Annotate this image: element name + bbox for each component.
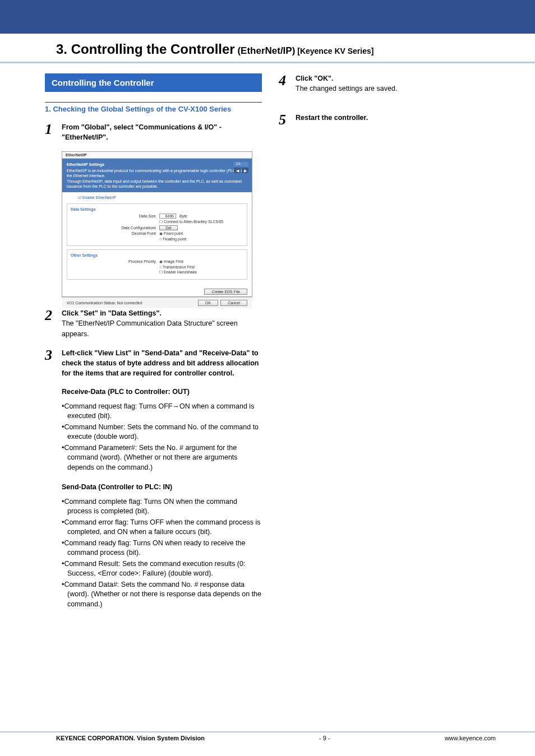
blue-line1: EtherNet/IP is an industrial protocol fo… — [67, 168, 247, 178]
blue-head: EtherNet/IP Settings — [67, 162, 247, 167]
nav-box: 1/1 ◀ ▶ — [234, 162, 248, 173]
data-size-unit: Byte — [179, 214, 187, 218]
step-number-3: 3 — [45, 348, 56, 378]
step3-lead: Left-click "View List" in "Send-Data" an… — [62, 348, 262, 378]
receive-data-heading: Receive-Data (PLC to Controller: OUT) — [62, 387, 262, 397]
header-bar — [0, 0, 535, 34]
receive-data-block: Receive-Data (PLC to Controller: OUT) •C… — [62, 387, 262, 472]
nav-count: 1/1 — [234, 162, 248, 166]
right-column: 4 Click "OK". The changed settings are s… — [279, 73, 496, 619]
data-settings-label: Data Settings — [71, 207, 243, 211]
step-number-5: 5 — [279, 113, 290, 127]
step-number-4: 4 — [279, 73, 290, 94]
nav-next-button[interactable]: ▶ — [242, 168, 248, 173]
recv-item: •Command request flag: Turns OFF→ON when… — [62, 402, 262, 421]
step-2: 2 Click "Set" in "Data Settings". The "E… — [45, 308, 262, 338]
cancel-button[interactable]: Cancel — [220, 300, 247, 306]
data-size-label: Data Size — [116, 214, 156, 218]
recv-item: •Command Number: Sets the command No. of… — [62, 423, 262, 442]
step2-lead: Click "Set" in "Data Settings". — [62, 308, 262, 318]
footer-right: www.keyence.com — [445, 735, 496, 741]
image-first-radio[interactable]: ◉ Image First — [159, 259, 183, 264]
send-item: •Command complete flag: Turns ON when th… — [62, 497, 262, 517]
data-size-input[interactable]: 0496 — [159, 214, 176, 219]
send-data-heading: Send-Data (Controller to PLC: IN) — [62, 483, 262, 493]
step2-desc: The "EtherNet/IP Communication Data Stru… — [62, 318, 262, 338]
footer-left: KEYENCE CORPORATION. Vision System Divis… — [56, 735, 205, 741]
send-item: •Command Result: Sets the command execut… — [62, 559, 262, 579]
other-settings-label: Other Settings — [71, 253, 243, 257]
page-title-row: 3. Controlling the Controller (EtherNet/… — [0, 34, 535, 63]
other-settings-panel: Other Settings Process Priority ◉ Image … — [67, 249, 247, 280]
title-sub2: [Keyence KV Series] — [295, 47, 373, 55]
left-column: Controlling the Controller 1. Checking t… — [45, 73, 262, 619]
send-item: •Command ready flag: Turns ON when ready… — [62, 539, 262, 558]
step-number-1: 1 — [45, 122, 56, 142]
step5-lead: Restart the controller. — [296, 113, 368, 123]
send-data-block: Send-Data (Controller to PLC: IN) •Comma… — [62, 483, 262, 609]
footer: KEYENCE CORPORATION. Vision System Divis… — [0, 731, 535, 741]
data-settings-panel: Data Settings Data Size 0496 Byte ☐ Conn… — [67, 203, 247, 246]
blue-line2: Through EtherNet/IP, data input and outp… — [67, 179, 247, 189]
io-status: I/O1 Communication Status: Not connected — [67, 301, 142, 305]
footer-page: - 9 - — [319, 735, 330, 741]
step-3: 3 Left-click "View List" in "Send-Data" … — [45, 348, 262, 378]
step-4: 4 Click "OK". The changed settings are s… — [279, 73, 496, 94]
dialog-blue-header: EtherNet/IP Settings EtherNet/IP is an i… — [62, 159, 252, 192]
send-item: •Command error flag: Turns OFF when the … — [62, 518, 262, 537]
sub-heading: 1. Checking the Global Settings of the C… — [45, 102, 262, 117]
nav-prev-button[interactable]: ◀ — [234, 168, 241, 173]
send-item: •Command Data#: Sets the command No. # r… — [62, 580, 262, 610]
transmission-first-radio[interactable]: ○ Transmission First — [159, 265, 195, 269]
enable-handshake-checkbox[interactable]: ☐ Enable Handshake — [159, 270, 197, 275]
recv-item: •Command Parameter#: Sets the No. # argu… — [62, 443, 262, 473]
step-1: 1 From "Global", select "Communications … — [45, 122, 262, 142]
fixed-point-radio[interactable]: ◉ Fixed point — [159, 231, 183, 236]
data-config-label: Data Configurations — [116, 226, 156, 230]
ok-button[interactable]: OK — [198, 300, 218, 306]
title-main: 3. Controlling the Controller — [56, 41, 235, 57]
section-banner: Controlling the Controller — [45, 73, 262, 92]
dialog-title: EtherNet/IP — [62, 152, 252, 159]
page-title: 3. Controlling the Controller (EtherNet/… — [56, 41, 373, 57]
set-button[interactable]: Set — [159, 225, 178, 230]
title-sub: (EtherNet/IP) — [235, 45, 296, 56]
step4-desc: The changed settings are saved. — [296, 84, 397, 94]
create-eds-button[interactable]: Create EDS File — [204, 289, 247, 295]
enable-ethernetip-checkbox[interactable]: ☑ Enable EtherNet/IP — [67, 196, 247, 200]
step-number-2: 2 — [45, 308, 56, 338]
ethernetip-dialog: EtherNet/IP EtherNet/IP Settings EtherNe… — [62, 151, 252, 297]
step4-lead: Click "OK". — [296, 73, 397, 84]
step-5: 5 Restart the controller. — [279, 113, 496, 127]
step1-text: From "Global", select "Communications & … — [62, 123, 222, 141]
floating-point-radio[interactable]: ○ Floating point — [159, 237, 186, 241]
process-priority-label: Process Priority — [116, 259, 156, 263]
ab-checkbox[interactable]: ☐ Connect to Allen-Bradley SLC5/05 — [159, 220, 223, 224]
decimal-point-label: Decimal Point — [116, 231, 156, 235]
